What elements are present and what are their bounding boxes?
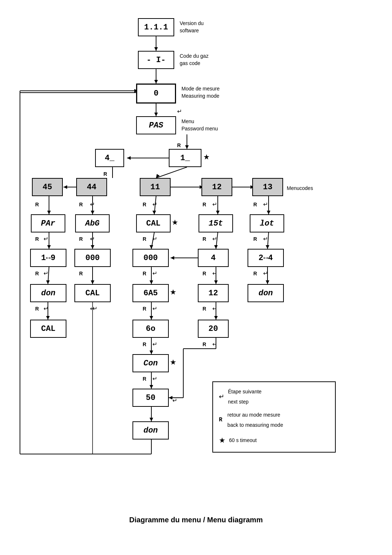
svg-text:↵: ↵ <box>152 236 157 242</box>
svg-text:R: R <box>79 202 83 207</box>
box-20: 20 <box>198 320 229 338</box>
svg-marker-107 <box>150 418 153 421</box>
svg-marker-102 <box>150 385 153 389</box>
svg-text:↵: ↵ <box>90 305 95 312</box>
svg-line-46 <box>151 232 154 249</box>
svg-marker-8 <box>185 145 189 149</box>
svg-marker-1 <box>154 47 158 51</box>
svg-marker-41 <box>267 211 270 214</box>
box-gas-code: - I- <box>138 51 174 69</box>
svg-text:↵: ↵ <box>172 397 177 404</box>
svg-text:R: R <box>143 341 146 347</box>
box-pas: PAS <box>136 116 176 134</box>
svg-marker-18 <box>156 174 160 178</box>
box-44: 44 <box>76 178 107 196</box>
svg-marker-69 <box>214 280 218 284</box>
svg-text:R: R <box>203 341 206 347</box>
svg-marker-47 <box>150 245 153 249</box>
box-1_: 1_ <box>169 149 201 167</box>
svg-marker-5 <box>154 113 158 116</box>
svg-text:R: R <box>103 171 107 177</box>
svg-line-62 <box>48 267 49 284</box>
svg-text:↵: ↵ <box>263 236 268 242</box>
svg-text:R: R <box>203 236 206 242</box>
svg-text:↵: ↵ <box>152 305 157 312</box>
svg-text:↵: ↵ <box>212 236 217 242</box>
svg-text:R: R <box>35 236 39 242</box>
svg-marker-51 <box>266 245 269 249</box>
svg-marker-11 <box>127 156 131 160</box>
svg-marker-82 <box>46 316 50 320</box>
svg-line-50 <box>268 232 269 249</box>
box-50: 50 <box>132 389 169 407</box>
box-cal-45: CAL <box>30 320 66 338</box>
svg-text:R: R <box>203 202 206 207</box>
svg-text:R: R <box>143 236 146 242</box>
svg-text:R: R <box>79 271 83 276</box>
box-don-13: don <box>248 284 284 302</box>
svg-marker-67 <box>150 280 153 284</box>
star-con: ★ <box>170 358 176 366</box>
box-don-final: don <box>132 421 169 439</box>
box-don-45: don <box>30 284 66 302</box>
box-15t: 15t <box>199 214 233 232</box>
box-mode: 0 <box>136 84 176 104</box>
box-000-11: 000 <box>132 249 169 267</box>
svg-marker-86 <box>214 316 218 320</box>
box-abg: AbG <box>75 214 110 232</box>
svg-marker-49 <box>214 245 218 249</box>
box-12: 12 <box>201 178 232 196</box>
svg-text:↵: ↵ <box>90 201 95 207</box>
svg-text:↵: ↵ <box>44 236 48 242</box>
svg-text:↵: ↵ <box>152 270 157 276</box>
svg-text:R: R <box>143 306 146 312</box>
svg-marker-65 <box>91 280 94 284</box>
svg-text:↵: ↵ <box>212 270 217 276</box>
legend-timeout: 60 s timeout <box>229 435 257 445</box>
svg-text:R: R <box>203 306 206 312</box>
star-1_: ★ <box>203 153 210 161</box>
svg-text:R: R <box>35 271 39 276</box>
svg-marker-39 <box>216 211 220 214</box>
svg-text:↵: ↵ <box>152 341 157 347</box>
svg-text:R: R <box>253 271 257 276</box>
box-13: 13 <box>252 178 283 196</box>
box-1to9: 1↔9 <box>30 249 66 267</box>
box-6a5: 6A5 <box>132 284 169 302</box>
label-menucodes: Menucodes <box>287 185 313 191</box>
svg-marker-71 <box>266 280 269 284</box>
svg-text:R: R <box>35 306 39 312</box>
svg-text:↵: ↵ <box>212 305 217 312</box>
svg-text:↵: ↵ <box>90 236 95 242</box>
svg-marker-45 <box>91 245 94 249</box>
svg-text:↵: ↵ <box>152 201 157 207</box>
svg-marker-35 <box>91 211 94 214</box>
star-cal-11: ★ <box>172 218 178 227</box>
svg-line-48 <box>216 232 218 249</box>
svg-marker-84 <box>150 316 153 320</box>
legend-box: ↵ Étape suivantenext step R retour au mo… <box>212 381 336 453</box>
box-cal-11: CAL <box>136 214 171 232</box>
svg-text:R: R <box>143 376 146 382</box>
svg-marker-95 <box>150 351 153 354</box>
svg-line-17 <box>156 167 187 178</box>
svg-text:↵: ↵ <box>263 201 268 207</box>
box-2to4: 2↔4 <box>248 249 284 267</box>
svg-text:↵: ↵ <box>44 270 48 276</box>
box-6o: 6o <box>132 320 169 338</box>
svg-line-36 <box>154 196 156 214</box>
svg-text:↵: ↵ <box>44 305 48 312</box>
star-6a5: ★ <box>170 288 176 296</box>
svg-text:R: R <box>203 271 206 276</box>
svg-marker-63 <box>46 280 50 284</box>
box-version: 1.1.1 <box>138 18 174 36</box>
svg-marker-120 <box>169 396 172 400</box>
diagram-title: Diagramme du menu / Menu diagramm <box>0 509 392 535</box>
svg-marker-37 <box>152 211 156 214</box>
svg-text:R: R <box>35 202 39 207</box>
legend-next-step: Étape suivantenext step <box>228 386 262 407</box>
svg-marker-116 <box>171 256 174 260</box>
box-11: 11 <box>140 178 171 196</box>
box-45: 45 <box>32 178 63 196</box>
svg-text:R: R <box>143 271 146 276</box>
